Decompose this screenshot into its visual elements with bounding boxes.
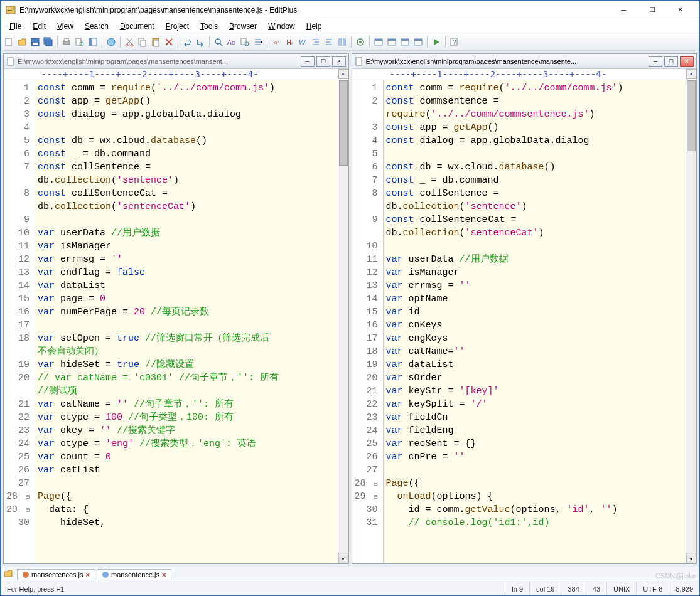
svg-text:B: B — [232, 40, 235, 46]
pane-right-minimize[interactable]: ─ — [649, 56, 662, 67]
print-preview-icon[interactable] — [74, 36, 85, 48]
svg-point-15 — [107, 38, 115, 46]
print-icon[interactable] — [61, 36, 72, 48]
svg-rect-46 — [8, 58, 13, 65]
word-wrap-icon[interactable]: W — [297, 36, 308, 48]
menu-edit[interactable]: Edit — [28, 21, 51, 32]
menu-view[interactable]: View — [52, 21, 78, 32]
run-icon[interactable] — [431, 36, 442, 48]
svg-rect-11 — [76, 38, 81, 45]
pane-left-path: E:\mywork\xcx\english\miniprogram\pages\… — [18, 58, 298, 65]
scroll-down-right[interactable]: ▾ — [686, 553, 696, 563]
svg-rect-43 — [414, 39, 422, 41]
browser-icon[interactable] — [105, 36, 117, 48]
settings-icon[interactable] — [355, 36, 366, 48]
svg-rect-21 — [154, 40, 159, 46]
pane-right-path: E:\mywork\xcx\english\miniprogram\pages\… — [366, 58, 647, 65]
code-left[interactable]: const comm = require('../../comm/comm.js… — [35, 80, 338, 563]
status-line: ln 9 — [505, 582, 530, 595]
svg-text:?: ? — [453, 39, 456, 46]
open-file-icon[interactable] — [16, 36, 28, 48]
save-icon[interactable] — [30, 36, 41, 48]
file-icon — [355, 57, 363, 66]
menu-search[interactable]: Search — [80, 21, 114, 32]
modified-dot-icon — [23, 572, 29, 578]
svg-rect-37 — [375, 39, 382, 41]
new-file-icon[interactable] — [3, 36, 14, 48]
status-lines: 384 — [561, 582, 586, 595]
vscroll-right[interactable]: ▾ — [686, 80, 696, 563]
svg-rect-10 — [65, 38, 68, 41]
column-select-icon[interactable] — [337, 36, 348, 48]
tab-mansentences[interactable]: mansentences.js× — [17, 569, 95, 580]
app-icon — [6, 5, 16, 15]
cut-icon[interactable] — [124, 36, 135, 48]
pane-left-minimize[interactable]: ─ — [301, 56, 315, 67]
menu-browser[interactable]: Browser — [224, 21, 262, 32]
indent-icon[interactable] — [310, 36, 321, 48]
status-enc: UTF-8 — [637, 582, 669, 595]
svg-rect-2 — [8, 9, 14, 9]
outdent-icon[interactable] — [323, 36, 335, 48]
svg-rect-32 — [338, 38, 342, 46]
scroll-down-left[interactable]: ▾ — [338, 553, 348, 563]
minimize-button[interactable]: ─ — [610, 1, 638, 19]
window1-icon[interactable] — [373, 36, 384, 48]
highlight-icon[interactable]: Hx — [284, 36, 295, 48]
vscroll-left[interactable]: ▾ — [338, 80, 348, 563]
status-size: 8,929 — [669, 582, 699, 595]
pane-right-close[interactable]: ✕ — [680, 56, 694, 67]
tab-close-icon[interactable]: × — [86, 571, 90, 578]
toggle-panel-icon[interactable] — [87, 36, 99, 48]
pane-left-maximize[interactable]: ☐ — [316, 56, 330, 67]
redo-icon[interactable] — [195, 36, 206, 48]
svg-point-35 — [359, 41, 362, 43]
find-icon[interactable] — [213, 36, 224, 48]
copy-icon[interactable] — [137, 36, 148, 48]
find-in-files-icon[interactable] — [239, 36, 250, 48]
save-all-icon[interactable] — [43, 36, 54, 48]
code-area-right[interactable]: 1234567891011121314151617181920212223242… — [352, 80, 697, 563]
pane-left-titlebar[interactable]: E:\mywork\xcx\english\miniprogram\pages\… — [4, 54, 348, 69]
window4-icon[interactable] — [412, 36, 424, 48]
menu-bar: File Edit View Search Document Project T… — [1, 19, 699, 33]
pane-right-titlebar[interactable]: E:\mywork\xcx\english\miniprogram\pages\… — [352, 54, 697, 69]
menu-help[interactable]: Help — [301, 21, 327, 32]
close-button[interactable]: ✕ — [666, 1, 694, 19]
delete-icon[interactable] — [163, 36, 175, 48]
undo-icon[interactable] — [181, 36, 193, 48]
tab-close-icon[interactable]: × — [162, 571, 166, 578]
folder-icon[interactable] — [3, 568, 13, 580]
menu-tools[interactable]: Tools — [195, 21, 223, 32]
maximize-button[interactable]: ☐ — [638, 1, 666, 19]
window-controls: ─ ☐ ✕ — [610, 1, 694, 19]
pane-right-maximize[interactable]: ☐ — [664, 56, 678, 67]
paste-icon[interactable] — [150, 36, 161, 48]
code-area-left[interactable]: 1234567891011121314151617181920212223242… — [4, 80, 348, 563]
menu-window[interactable]: Window — [263, 21, 300, 32]
help-icon[interactable]: ? — [449, 36, 460, 48]
scroll-up-right[interactable]: ▴ — [686, 69, 696, 79]
menu-project[interactable]: Project — [161, 21, 194, 32]
editor-pane-right: E:\mywork\xcx\english\miniprogram\pages\… — [352, 53, 697, 564]
window-title: E:\mywork\xcx\english\miniprogram\pages\… — [19, 6, 610, 14]
svg-rect-4 — [6, 38, 11, 46]
goto-line-icon[interactable] — [252, 36, 264, 48]
pane-left-close[interactable]: ✕ — [332, 56, 346, 67]
scroll-up-left[interactable]: ▴ — [338, 69, 348, 79]
menu-file[interactable]: File — [4, 21, 26, 32]
status-sel: 43 — [586, 582, 607, 595]
ruler-right: ----+----1----+----2----+----3----+----4… — [352, 69, 697, 80]
font-small-icon[interactable]: A↓ — [271, 36, 282, 48]
gutter-left: 1234567891011121314151617181920212223242… — [4, 80, 35, 563]
svg-rect-6 — [33, 43, 38, 45]
workspace: E:\mywork\xcx\english\miniprogram\pages\… — [1, 51, 699, 567]
replace-icon[interactable]: AB — [226, 36, 237, 48]
status-eol: UNIX — [607, 582, 637, 595]
window3-icon[interactable] — [399, 36, 411, 48]
ruler-left: ----+----1----+----2----+----3----+----4… — [4, 69, 348, 80]
window2-icon[interactable] — [386, 36, 397, 48]
code-right[interactable]: const comm = require('../../comm/comm.js… — [384, 80, 686, 563]
tab-mansentence[interactable]: mansentence.js× — [97, 569, 171, 580]
menu-document[interactable]: Document — [115, 21, 159, 32]
